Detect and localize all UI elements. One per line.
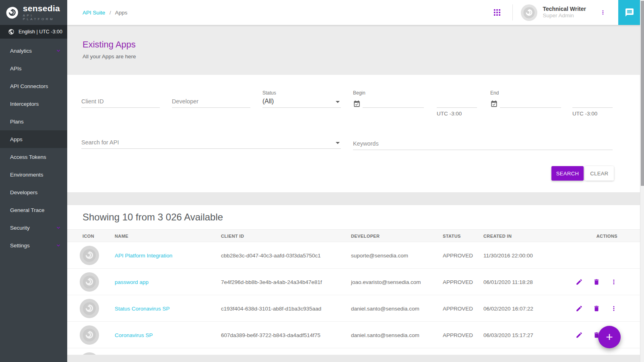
chevron-down-icon — [55, 47, 62, 54]
end-time-input[interactable]: UTC -3:00 — [572, 95, 613, 117]
sidebar-item-label: Security — [10, 225, 30, 231]
brand-tagline: API PLATFORM — [23, 14, 67, 21]
brand-logo[interactable]: sensedia API PLATFORM — [0, 0, 67, 25]
row-actions — [576, 269, 617, 295]
pencil-icon[interactable] — [576, 305, 583, 312]
sidebar-item-label: Developers — [10, 189, 37, 195]
trash-icon[interactable] — [593, 278, 600, 286]
pencil-icon[interactable] — [576, 331, 583, 339]
language-selector[interactable]: English | UTC -3:00 — [0, 25, 67, 39]
grid-icon[interactable] — [494, 9, 500, 16]
avatar[interactable] — [521, 4, 537, 21]
begin-time-line[interactable] — [437, 95, 477, 108]
results-summary: Showing 10 from 3 026 Available — [67, 205, 641, 223]
chevron-down-icon — [55, 242, 62, 249]
app-developer: joao.evaristo@sensedia.com — [351, 269, 421, 295]
begin-time-input[interactable]: UTC -3:00 — [437, 95, 477, 117]
sidebar-menu: Analytics APIs API Connectors Intercepto… — [0, 39, 67, 254]
developer-input[interactable]: Developer — [172, 95, 250, 108]
sensedia-app-icon — [82, 327, 97, 343]
client-id-input[interactable]: Client ID — [81, 95, 160, 108]
vertical-scrollbar[interactable] — [640, 0, 644, 362]
support-chat-button[interactable] — [618, 0, 641, 25]
search-button[interactable]: SEARCH — [551, 166, 584, 181]
end-time-line[interactable] — [572, 95, 613, 108]
app-status: APPROVED — [443, 295, 473, 322]
app-name-link[interactable]: API Platform Integration — [115, 242, 172, 269]
sidebar-item-interceptors[interactable]: Interceptors — [0, 95, 67, 113]
sidebar-item-environments[interactable]: Environments — [0, 166, 67, 183]
sidebar-item-plans[interactable]: Plans — [0, 113, 67, 130]
breadcrumb-api-suite[interactable]: API Suite — [83, 10, 105, 16]
app-status: APPROVED — [443, 322, 473, 348]
column-status: STATUS — [443, 230, 461, 243]
user-name: Technical Writer — [543, 6, 586, 13]
table-header: ICON NAME CLIENT ID DEVELOPER STATUS CRE… — [67, 229, 641, 242]
app-icon — [80, 299, 99, 318]
breadcrumb-separator: / — [109, 10, 111, 16]
sidebar-item-label: General Trace — [10, 207, 45, 213]
app-developer: daniel.santo@sensedia.com — [351, 295, 419, 322]
app-name-link[interactable]: password app — [115, 269, 149, 295]
user-menu-kebab-icon[interactable] — [600, 9, 606, 16]
app-status: APPROVED — [443, 242, 473, 269]
scrollbar-thumb[interactable] — [641, 1, 644, 186]
end-date-input[interactable] — [490, 95, 561, 108]
pencil-icon[interactable] — [576, 278, 583, 286]
end-utc-label: UTC -3:00 — [572, 111, 613, 117]
app-name-link[interactable]: Status Coronavirus SP — [115, 295, 170, 322]
begin-date-line[interactable] — [363, 95, 424, 108]
sidebar-item-label: API Connectors — [10, 83, 48, 89]
sidebar-item-apps[interactable]: Apps — [0, 130, 67, 148]
column-created-in: CREATED IN — [483, 230, 512, 243]
page-title: Existing Apps — [83, 39, 644, 50]
app-client-id: cbb28e3c-d047-40c3-aafd-03f3da5750c1 — [221, 242, 321, 269]
begin-date-input[interactable] — [353, 95, 424, 108]
page-subtitle: All your Apps are here — [83, 53, 644, 60]
sensedia-app-icon — [82, 274, 97, 290]
sidebar-item-api-connectors[interactable]: API Connectors — [0, 77, 67, 95]
column-icon: ICON — [83, 230, 94, 243]
sidebar-item-label: Settings — [10, 243, 30, 249]
sensedia-app-icon — [82, 248, 97, 263]
sidebar-item-developers[interactable]: Developers — [0, 183, 67, 201]
keywords-input[interactable]: Keywords — [353, 137, 613, 150]
end-date-line[interactable] — [500, 95, 561, 108]
globe-icon — [8, 29, 14, 35]
next-row-app-icon — [80, 352, 99, 355]
column-client-id: CLIENT ID — [221, 230, 244, 243]
user-role: Super Admin — [543, 12, 586, 19]
sidebar-item-settings[interactable]: Settings — [0, 237, 67, 254]
table-row: API Platform Integration cbb28e3c-d047-4… — [67, 242, 641, 269]
sidebar-item-general-trace[interactable]: General Trace — [0, 201, 67, 219]
calendar-check-icon[interactable] — [353, 100, 361, 108]
trash-icon[interactable] — [593, 305, 600, 312]
breadcrumb-current: Apps — [115, 10, 128, 16]
sidebar-item-label: Environments — [10, 172, 43, 178]
clear-button[interactable]: CLEAR — [585, 166, 614, 181]
sidebar-item-security[interactable]: Security — [0, 219, 67, 237]
row-kebab-icon[interactable] — [610, 305, 617, 312]
search-api-placeholder: Search for API — [81, 139, 119, 146]
app-developer: daniel.santo@sensedia.com — [351, 322, 419, 348]
sidebar-item-analytics[interactable]: Analytics — [0, 42, 67, 60]
column-name: NAME — [115, 230, 128, 243]
app-developer: suporte@sensedia.com — [351, 242, 408, 269]
sidebar-item-label: Apps — [10, 136, 23, 142]
table-row: Status Coronavirus SP c193f404-638d-3101… — [67, 295, 641, 322]
sidebar-item-access-tokens[interactable]: Access Tokens — [0, 148, 67, 166]
calendar-check-icon[interactable] — [490, 100, 498, 108]
add-app-fab[interactable]: + — [598, 326, 621, 348]
sidebar-item-label: Analytics — [10, 48, 32, 54]
status-select[interactable]: (All) — [262, 95, 341, 108]
row-kebab-icon[interactable] — [610, 278, 617, 286]
sidebar-item-label: APIs — [10, 66, 22, 72]
app-name-link[interactable]: Coronavirus SP — [115, 322, 153, 348]
sidebar-item-label: Interceptors — [10, 101, 39, 107]
sidebar-item-apis[interactable]: APIs — [0, 60, 67, 77]
app-icon — [80, 246, 99, 265]
sidebar-item-label: Access Tokens — [10, 154, 46, 160]
dropdown-arrow-icon — [336, 142, 340, 144]
app-client-id: 607da389-be6f-3722-b843-da4adf514f75 — [221, 322, 320, 348]
search-api-select[interactable]: Search for API — [81, 136, 341, 149]
